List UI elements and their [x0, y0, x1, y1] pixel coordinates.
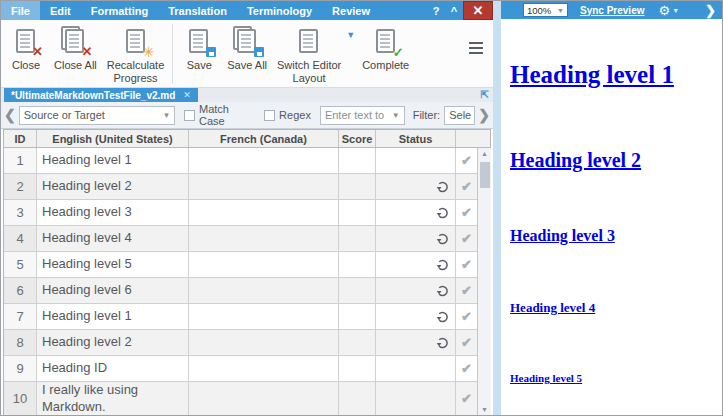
column-header-check[interactable]: [456, 130, 477, 147]
check-cell[interactable]: ✔: [456, 200, 477, 225]
sync-preview-link[interactable]: Sync Preview: [580, 5, 644, 16]
menu-item-edit[interactable]: Edit: [40, 1, 81, 20]
toolbar-button-label: Close All: [54, 59, 97, 72]
segment-row-2[interactable]: 2Heading level 2✔: [4, 174, 477, 200]
source-text-cell[interactable]: I really like using Markdown.: [37, 382, 189, 415]
close-all-button[interactable]: ✕Close All: [49, 24, 102, 74]
segment-row-5[interactable]: 5Heading level 5✔: [4, 252, 477, 278]
checkbox-box[interactable]: [184, 110, 195, 121]
tab-close-icon[interactable]: ✕: [183, 90, 191, 100]
check-cell[interactable]: ✔: [456, 174, 477, 199]
help-icon[interactable]: ?: [427, 1, 445, 20]
checkbox-box[interactable]: [264, 110, 275, 121]
grid-rows: 1Heading level 1✔2Heading level 2✔3Headi…: [4, 148, 477, 415]
chevron-down-icon: ▼: [388, 111, 400, 120]
complete-icon: ✓: [371, 26, 401, 56]
scroll-right-icon[interactable]: ❯: [475, 107, 493, 123]
switch-editor-layout-button[interactable]: Switch Editor Layout: [272, 24, 346, 86]
segment-row-4[interactable]: 4Heading level 4✔: [4, 226, 477, 252]
target-text-cell[interactable]: [189, 278, 339, 303]
source-text-cell[interactable]: Heading level 6: [37, 278, 189, 303]
target-text-cell[interactable]: [189, 330, 339, 355]
regex-checkbox[interactable]: Regex: [264, 109, 311, 121]
checkmark-status-icon: ✔: [461, 257, 472, 272]
scroll-left-icon[interactable]: ❮: [1, 107, 19, 123]
column-header-id[interactable]: ID: [4, 130, 37, 147]
column-header-english-united-states[interactable]: English (United States): [37, 130, 189, 147]
segment-row-1[interactable]: 1Heading level 1✔: [4, 148, 477, 174]
source-text-cell[interactable]: Heading level 2: [37, 330, 189, 355]
segment-row-10[interactable]: 10I really like using Markdown.✔: [4, 382, 477, 415]
chevron-down-icon[interactable]: ▼: [672, 7, 679, 14]
pane-splitter[interactable]: [493, 1, 501, 415]
scrollbar-thumb[interactable]: [480, 162, 490, 188]
check-cell[interactable]: ✔: [456, 304, 477, 329]
segment-row-7[interactable]: 7Heading level 1✔: [4, 304, 477, 330]
document-tab[interactable]: *UltimateMarkdownTestFile_v2.md ✕: [4, 88, 198, 102]
segment-row-9[interactable]: 9Heading ID✔: [4, 356, 477, 382]
column-header-status[interactable]: Status: [376, 130, 456, 147]
preview-toolbar: 100% ▼ Sync Preview ⚙ ▼ ❯: [501, 1, 722, 19]
menu-item-terminology[interactable]: Terminology: [237, 1, 322, 20]
check-cell[interactable]: ✔: [456, 278, 477, 303]
menu-item-formatting[interactable]: Formatting: [81, 1, 158, 20]
target-text-cell[interactable]: [189, 200, 339, 225]
check-cell[interactable]: ✔: [456, 226, 477, 251]
toolbar-button-label: Save All: [227, 59, 267, 72]
gear-icon[interactable]: ⚙: [658, 4, 670, 17]
collapse-ribbon-icon[interactable]: ^: [445, 1, 463, 20]
segment-row-8[interactable]: 8Heading level 2✔: [4, 330, 477, 356]
menu-item-translation[interactable]: Translation: [158, 1, 237, 20]
search-scope-select[interactable]: Source or Target ▼: [19, 106, 176, 125]
match-case-checkbox[interactable]: Match Case: [184, 103, 255, 127]
source-text-cell[interactable]: Heading level 3: [37, 200, 189, 225]
retranslated-status-icon: [436, 180, 450, 194]
source-text-cell[interactable]: Heading ID: [37, 356, 189, 381]
save-all-button[interactable]: Save All: [222, 24, 272, 74]
zoom-level-select[interactable]: 100% ▼: [523, 3, 568, 17]
segment-row-3[interactable]: 3Heading level 3✔: [4, 200, 477, 226]
target-text-cell[interactable]: [189, 148, 339, 173]
check-cell[interactable]: ✔: [456, 330, 477, 355]
check-cell[interactable]: ✔: [456, 382, 477, 415]
checkmark-status-icon: ✔: [461, 391, 472, 406]
editor-pane: FileEditFormattingTranslationTerminology…: [1, 1, 493, 415]
check-cell[interactable]: ✔: [456, 148, 477, 173]
target-text-cell[interactable]: [189, 226, 339, 251]
source-text-cell[interactable]: Heading level 2: [37, 174, 189, 199]
target-text-cell[interactable]: [189, 252, 339, 277]
source-text-cell[interactable]: Heading level 1: [37, 148, 189, 173]
recalculate-progress-button[interactable]: ✳Recalculate Progress: [102, 24, 169, 86]
grid-scrollbar[interactable]: ▲ ▼: [477, 148, 491, 415]
segment-row-6[interactable]: 6Heading level 6✔: [4, 278, 477, 304]
checkmark-status-icon: ✔: [461, 309, 472, 324]
target-text-cell[interactable]: [189, 304, 339, 329]
search-text-input[interactable]: Enter text to ▼: [320, 106, 405, 125]
status-cell: [376, 382, 456, 415]
scrollbar-down-icon[interactable]: ▼: [478, 406, 491, 413]
source-text-cell[interactable]: Heading level 5: [37, 252, 189, 277]
source-text-cell[interactable]: Heading level 1: [37, 304, 189, 329]
close-window-button[interactable]: ✕: [463, 1, 493, 20]
preview-heading-4: Heading level 4: [510, 300, 722, 316]
column-header-score[interactable]: Score: [339, 130, 376, 147]
source-text-cell[interactable]: Heading level 4: [37, 226, 189, 251]
menu-item-review[interactable]: Review: [322, 1, 380, 20]
menu-item-file[interactable]: File: [1, 1, 40, 20]
check-cell[interactable]: ✔: [456, 252, 477, 277]
target-text-cell[interactable]: [189, 382, 339, 415]
close-button[interactable]: ✕Close: [3, 24, 49, 74]
toolbar-overflow-icon[interactable]: [469, 42, 483, 54]
target-text-cell[interactable]: [189, 356, 339, 381]
column-header-french-canada[interactable]: French (Canada): [189, 130, 339, 147]
save-button[interactable]: Save: [176, 24, 222, 74]
chevron-down-icon[interactable]: ▼: [346, 30, 355, 40]
check-cell[interactable]: ✔: [456, 356, 477, 381]
scrollbar-up-icon[interactable]: ▲: [478, 150, 491, 157]
complete-button[interactable]: ✓Complete: [357, 24, 414, 74]
float-pane-icon[interactable]: ⇱: [481, 89, 489, 100]
filter-select[interactable]: Sele: [444, 106, 475, 125]
expand-panel-icon[interactable]: ❯: [705, 3, 716, 18]
segment-id-cell: 1: [4, 148, 37, 173]
target-text-cell[interactable]: [189, 174, 339, 199]
